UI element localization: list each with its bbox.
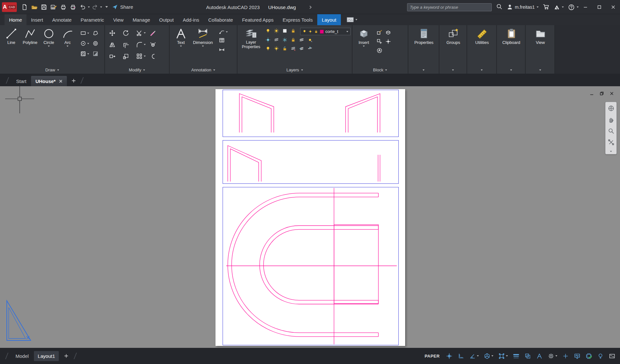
tab-featured-apps[interactable]: Featured Apps <box>237 14 278 25</box>
array-caret[interactable] <box>144 56 146 57</box>
search-button[interactable] <box>496 3 502 11</box>
block-editor-tool[interactable] <box>385 29 391 36</box>
layer-properties-tool[interactable]: Layer Properties <box>239 27 263 66</box>
leader-tool[interactable] <box>219 29 228 35</box>
turn-all-on-tool[interactable] <box>265 46 271 53</box>
tab-parametric[interactable]: Parametric <box>76 14 109 25</box>
workspace-switcher[interactable] <box>548 353 557 359</box>
tab-insert[interactable]: Insert <box>26 14 48 25</box>
redo-dropdown-caret[interactable] <box>100 6 102 8</box>
create-block-tool[interactable] <box>376 38 383 45</box>
panel-annotation-launcher[interactable]: Annotation <box>170 66 237 74</box>
merge-layer-tool[interactable] <box>307 46 313 53</box>
graphics-performance-toggle[interactable] <box>585 353 592 359</box>
panel-view-launcher[interactable] <box>526 66 554 74</box>
rotate-tool[interactable] <box>122 28 134 38</box>
snap-toggle[interactable] <box>446 353 453 359</box>
region-tool[interactable] <box>92 29 102 37</box>
tab-view[interactable]: View <box>109 14 128 25</box>
new-layout-button[interactable] <box>62 352 70 360</box>
trim-caret[interactable] <box>144 32 146 34</box>
minimize-button[interactable] <box>578 0 592 14</box>
redo-button[interactable] <box>90 3 100 12</box>
scale-tool[interactable] <box>122 51 134 61</box>
open-file-button[interactable] <box>30 3 39 12</box>
vp-restore-button[interactable] <box>599 91 604 96</box>
tab-add-ins[interactable]: Add-ins <box>178 14 204 25</box>
tab-uhouse[interactable]: UHouse* <box>31 76 67 86</box>
layout1-tab[interactable]: Layout1 <box>34 351 59 361</box>
tab-output[interactable]: Output <box>155 14 178 25</box>
dimension-tool[interactable]: Dimension <box>190 27 215 66</box>
groups-tool[interactable]: Groups <box>441 27 465 66</box>
panel-groups-launcher[interactable] <box>439 66 467 74</box>
panel-properties-launcher[interactable] <box>408 66 439 74</box>
set-base-point-tool[interactable] <box>385 38 391 45</box>
edit-block-tool[interactable] <box>376 29 383 36</box>
trim-tool[interactable] <box>136 28 148 38</box>
layer-unisolate-tool[interactable] <box>290 46 296 53</box>
line-tool[interactable]: Line <box>2 27 21 66</box>
model-tab[interactable]: Model <box>12 351 33 361</box>
viewport-elevation-1[interactable] <box>223 90 399 137</box>
tab-layout[interactable]: Layout <box>317 14 341 25</box>
batch-plot-button[interactable] <box>68 3 78 12</box>
save-as-button[interactable] <box>49 3 58 12</box>
polar-caret[interactable] <box>477 355 479 357</box>
block-attributes-tool[interactable] <box>376 47 383 54</box>
previous-layer-tool[interactable] <box>299 46 304 53</box>
workspace-caret[interactable] <box>555 355 557 357</box>
properties-tool[interactable]: Properties <box>410 27 437 66</box>
dimension-style-tool[interactable] <box>219 46 228 52</box>
gradient-tool[interactable] <box>92 49 102 58</box>
ortho-toggle[interactable] <box>457 353 464 359</box>
rectangle-caret[interactable] <box>87 33 89 34</box>
autocad-logo[interactable]: A CAD <box>2 2 17 12</box>
layer-freeze-tool[interactable] <box>274 28 279 35</box>
share-button[interactable]: Share <box>112 4 133 10</box>
ellipse-caret[interactable] <box>87 43 89 44</box>
plot-button[interactable] <box>59 3 68 12</box>
account-menu[interactable]: m.freitas1 <box>507 4 539 10</box>
annotation-visibility-toggle[interactable] <box>536 353 543 359</box>
navbar-caret[interactable] <box>610 151 612 152</box>
panel-modify-launcher[interactable]: Modify <box>105 66 169 74</box>
vp-minimize-button[interactable] <box>589 91 594 96</box>
utilities-tool[interactable]: Utilities <box>469 27 495 66</box>
layer-lock-tool[interactable] <box>290 28 296 35</box>
layer-off-tool[interactable] <box>265 28 271 35</box>
clean-screen-toggle[interactable] <box>609 353 615 359</box>
erase-tool[interactable] <box>150 28 161 38</box>
fillet-tool[interactable] <box>136 40 148 49</box>
save-button[interactable] <box>39 3 48 12</box>
hatch-caret[interactable] <box>87 53 89 55</box>
layer-walk-tool[interactable] <box>274 37 279 44</box>
paper-space-toggle[interactable]: PAPER <box>425 354 440 359</box>
blend-tool[interactable] <box>150 51 161 61</box>
arc-tool[interactable]: Arc <box>58 27 77 66</box>
layer-unlock-tool[interactable] <box>282 46 288 53</box>
zoom-button[interactable] <box>608 128 615 136</box>
text-tool[interactable]: Text <box>172 27 190 66</box>
panel-layers-launcher[interactable]: Layers <box>237 66 352 74</box>
undo-button[interactable] <box>78 3 87 12</box>
qat-customize-caret[interactable] <box>105 6 108 8</box>
text-caret[interactable] <box>180 46 182 47</box>
tab-manage[interactable]: Manage <box>128 14 154 25</box>
selection-cycling-toggle[interactable] <box>524 353 531 359</box>
drawing-area[interactable] <box>0 86 620 348</box>
add-cleanup-button[interactable] <box>562 353 569 359</box>
annotation-monitor-toggle[interactable] <box>574 353 581 359</box>
tab-home[interactable]: Home <box>5 14 26 25</box>
layer-isolate-tool[interactable] <box>282 28 288 35</box>
make-current-tool[interactable] <box>299 37 304 44</box>
arc-caret[interactable] <box>67 46 68 47</box>
tab-start[interactable]: Start <box>12 76 31 86</box>
panel-block-launcher[interactable]: Block <box>352 66 408 74</box>
panel-clipboard-launcher[interactable] <box>497 66 525 74</box>
mirror-tool[interactable] <box>109 40 121 49</box>
explode-tool[interactable] <box>150 40 161 49</box>
maximize-button[interactable] <box>592 0 606 14</box>
insert-caret[interactable] <box>363 46 365 47</box>
circle-caret[interactable] <box>48 46 50 47</box>
